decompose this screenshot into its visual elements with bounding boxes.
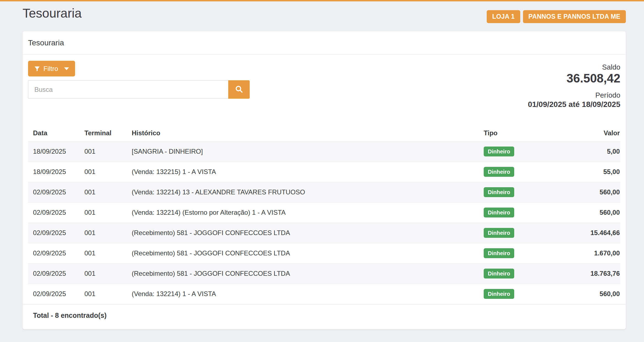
column-header-historico: Histórico (132, 126, 484, 142)
cell-tipo: Dinheiro (484, 284, 566, 304)
cell-data: 02/09/2025 (28, 284, 84, 304)
header-buttons: LOJA 1 PANNOS E PANNOS LTDA ME (487, 10, 626, 23)
company-button[interactable]: PANNOS E PANNOS LTDA ME (523, 10, 626, 23)
table-row[interactable]: 18/09/2025 001 [SANGRIA - DINHEIRO] Dinh… (28, 141, 620, 162)
tipo-badge: Dinheiro (484, 248, 514, 258)
tipo-badge: Dinheiro (484, 289, 514, 299)
tipo-badge: Dinheiro (484, 228, 514, 238)
chevron-down-icon (64, 67, 69, 70)
table-body: 18/09/2025 001 [SANGRIA - DINHEIRO] Dinh… (28, 141, 620, 304)
cell-terminal: 001 (84, 243, 132, 263)
tipo-badge: Dinheiro (484, 147, 514, 156)
table-header-row: Data Terminal Histórico Tipo Valor (28, 126, 620, 142)
column-header-valor: Valor (566, 126, 620, 142)
filter-funnel-icon (34, 66, 40, 72)
controls-row: Filtro Saldo (28, 61, 620, 109)
cell-terminal: 001 (84, 223, 132, 243)
card-title: Tesouraria (23, 31, 626, 55)
cell-data: 02/09/2025 (28, 202, 84, 223)
cell-valor: 15.464,66 (566, 223, 620, 243)
cell-historico: (Recebimento) 581 - JOGGOFI CONFECCOES L… (132, 223, 484, 243)
table-row[interactable]: 02/09/2025 001 (Venda: 132214) 13 - ALEX… (28, 182, 620, 202)
cell-terminal: 001 (84, 202, 132, 223)
cell-data: 02/09/2025 (28, 243, 84, 263)
search-icon (235, 85, 243, 94)
cell-data: 18/09/2025 (28, 141, 84, 162)
cell-tipo: Dinheiro (484, 162, 566, 182)
search-input[interactable] (28, 80, 228, 99)
table-row[interactable]: 02/09/2025 001 (Venda: 132214) (Estorno … (28, 202, 620, 223)
periodo-value: 01/09/2025 até 18/09/2025 (528, 100, 620, 109)
table-row[interactable]: 02/09/2025 001 (Recebimento) 581 - JOGGO… (28, 223, 620, 243)
cell-tipo: Dinheiro (484, 243, 566, 263)
tipo-badge: Dinheiro (484, 167, 514, 177)
table-row[interactable]: 18/09/2025 001 (Venda: 132215) 1 - A VIS… (28, 162, 620, 182)
cell-valor: 560,00 (566, 182, 620, 202)
cell-historico: (Venda: 132215) 1 - A VISTA (132, 162, 484, 182)
cell-tipo: Dinheiro (484, 223, 566, 243)
cell-valor: 560,00 (566, 202, 620, 223)
periodo-label: Período (528, 91, 620, 100)
table-row[interactable]: 02/09/2025 001 (Venda: 132214) 1 - A VIS… (28, 284, 620, 304)
cell-valor: 5,00 (566, 141, 620, 162)
card-body: Filtro Saldo (23, 55, 626, 329)
cell-valor: 55,00 (566, 162, 620, 182)
search-row (28, 80, 250, 99)
tipo-badge: Dinheiro (484, 208, 514, 217)
cell-terminal: 001 (84, 182, 132, 202)
page-header: Tesouraria LOJA 1 PANNOS E PANNOS LTDA M… (0, 1, 644, 23)
cell-valor: 1.670,00 (566, 243, 620, 263)
table-row[interactable]: 02/09/2025 001 (Recebimento) 581 - JOGGO… (28, 243, 620, 263)
cell-terminal: 001 (84, 284, 132, 304)
cell-historico: (Venda: 132214) 13 - ALEXANDRE TAVARES F… (132, 182, 484, 202)
cell-data: 18/09/2025 (28, 162, 84, 182)
cell-data: 02/09/2025 (28, 263, 84, 284)
column-header-tipo: Tipo (484, 126, 566, 142)
store-button[interactable]: LOJA 1 (487, 10, 520, 23)
saldo-label: Saldo (528, 63, 620, 71)
cell-tipo: Dinheiro (484, 263, 566, 284)
cell-historico: (Venda: 132214) (Estorno por Alteração) … (132, 202, 484, 223)
cell-historico: (Recebimento) 581 - JOGGOFI CONFECCOES L… (132, 243, 484, 263)
column-header-data: Data (28, 126, 84, 142)
cell-terminal: 001 (84, 263, 132, 284)
cell-historico: [SANGRIA - DINHEIRO] (132, 141, 484, 162)
filter-search-group: Filtro (28, 61, 250, 99)
page-title: Tesouraria (23, 6, 82, 21)
tipo-badge: Dinheiro (484, 269, 514, 278)
summary-panel: Saldo 36.508,42 Período 01/09/2025 até 1… (528, 61, 620, 109)
cell-valor: 560,00 (566, 284, 620, 304)
transactions-table: Data Terminal Histórico Tipo Valor 18/09… (28, 126, 620, 304)
table-row[interactable]: 02/09/2025 001 (Recebimento) 581 - JOGGO… (28, 263, 620, 284)
cell-terminal: 001 (84, 162, 132, 182)
cell-tipo: Dinheiro (484, 202, 566, 223)
tipo-badge: Dinheiro (484, 187, 514, 197)
cell-valor: 18.763,76 (566, 263, 620, 284)
column-header-terminal: Terminal (84, 126, 132, 142)
cell-historico: (Recebimento) 581 - JOGGOFI CONFECCOES L… (132, 263, 484, 284)
saldo-value: 36.508,42 (528, 71, 620, 85)
filter-dropdown-button[interactable]: Filtro (28, 61, 75, 76)
cell-terminal: 001 (84, 141, 132, 162)
cell-tipo: Dinheiro (484, 182, 566, 202)
table-footer-total: Total - 8 encontrado(s) (23, 304, 626, 329)
filter-label: Filtro (43, 65, 58, 73)
cell-tipo: Dinheiro (484, 141, 566, 162)
tesouraria-card: Tesouraria Filtro (23, 31, 626, 329)
cell-historico: (Venda: 132214) 1 - A VISTA (132, 284, 484, 304)
cell-data: 02/09/2025 (28, 182, 84, 202)
cell-data: 02/09/2025 (28, 223, 84, 243)
search-button[interactable] (228, 80, 250, 99)
